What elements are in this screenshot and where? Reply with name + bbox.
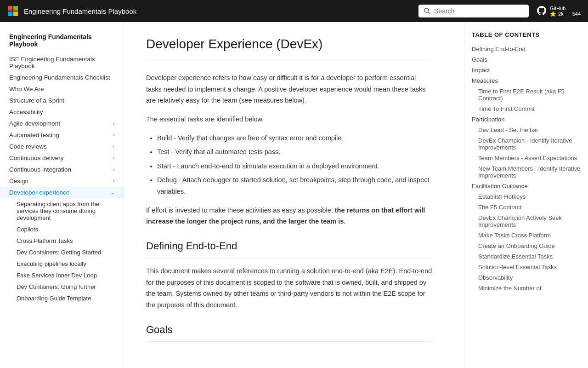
- toc-title: Table of contents: [472, 31, 581, 38]
- ms-logo[interactable]: [7, 6, 18, 17]
- toc-item[interactable]: Facilitation Guidance: [472, 181, 581, 191]
- main-content: Developer Experience (DevEx) Developer e…: [124, 22, 455, 368]
- site-title: Engineering Fundamentals Playbook: [24, 7, 418, 15]
- toc-item[interactable]: Defining End-to-End: [472, 44, 581, 54]
- search-icon: [424, 8, 430, 14]
- toc-item[interactable]: Goals: [472, 54, 581, 65]
- sidebar-subitem-0[interactable]: Separating client apps from the services…: [0, 198, 124, 224]
- sidebar-subitem-3[interactable]: Dev Containers: Getting Started: [0, 247, 124, 258]
- intro-para-1: Developer experience refers to how easy …: [146, 72, 433, 106]
- toc-item[interactable]: Solution-level Essential Tasks: [472, 262, 581, 272]
- sidebar-item-devex[interactable]: Developer experience ⌄: [0, 187, 124, 198]
- sidebar-item-agile[interactable]: Agile development ›: [0, 118, 124, 129]
- sidebar-subitem-5[interactable]: Fake Services Inner Dev Loop: [0, 270, 124, 281]
- sidebar-subitem-2[interactable]: Cross Platform Tasks: [0, 235, 124, 247]
- sidebar-item-ci[interactable]: Continuous integration ›: [0, 164, 124, 175]
- sidebar-subitem-1[interactable]: Copilots: [0, 224, 124, 235]
- toc-item[interactable]: DevEx Champion Actively Seek Improvement…: [472, 213, 581, 230]
- search-box[interactable]: [418, 5, 529, 17]
- chevron-right-icon: ›: [113, 167, 114, 172]
- github-icon: [536, 5, 547, 17]
- sidebar-item-accessibility[interactable]: Accessibility: [0, 106, 124, 118]
- toc-item[interactable]: Establish Hotkeys: [472, 191, 581, 202]
- toc-item[interactable]: Participation: [472, 114, 581, 125]
- sidebar-item-cd[interactable]: Continuous delivery ›: [0, 152, 124, 164]
- sidebar-item-who-we-are[interactable]: Who We Are: [0, 83, 124, 95]
- search-input[interactable]: [434, 7, 523, 15]
- github-stars: ⭐ 2k: [550, 11, 564, 17]
- toc-item[interactable]: Impact: [472, 65, 581, 75]
- chevron-right-icon: ›: [113, 121, 114, 126]
- page-title: Developer Experience (DevEx): [146, 37, 433, 59]
- toc-item[interactable]: Time to First E2E Result (aka F5 Contrac…: [472, 86, 581, 104]
- toc-item[interactable]: Dev Lead - Set the bar: [472, 125, 581, 135]
- toc-item[interactable]: Make Tasks Cross Platform: [472, 230, 581, 241]
- toc-item[interactable]: New Team Members - Identify Iterative Im…: [472, 163, 581, 181]
- toc-item[interactable]: Minimize the Number of: [472, 283, 581, 293]
- svg-rect-0: [8, 6, 12, 11]
- list-item: Debug - Attach debugger to started solut…: [157, 174, 433, 197]
- svg-line-5: [429, 12, 430, 14]
- sidebar-item-code-reviews[interactable]: Code reviews ›: [0, 141, 124, 152]
- github-stats: GitHub ⭐ 2k ⑂ 544: [550, 6, 581, 17]
- toc-item[interactable]: Time To First Commit: [472, 104, 581, 114]
- sidebar-title: Engineering Fundamentals Playbook: [0, 31, 124, 53]
- page-layout: Engineering Fundamentals Playbook ISE En…: [0, 22, 588, 368]
- svg-point-4: [424, 8, 429, 12]
- bullet-list: Build - Verify that changes are free of …: [157, 132, 433, 197]
- toc-item[interactable]: DevEx Champion - Identify Iterative Impr…: [472, 135, 581, 153]
- chevron-right-icon: ›: [113, 155, 114, 161]
- svg-rect-1: [13, 6, 18, 11]
- topnav: Engineering Fundamentals Playbook GitHub…: [0, 0, 588, 22]
- toc-sidebar: Table of contents Defining End-to-EndGoa…: [464, 22, 588, 368]
- sidebar-item-design[interactable]: Design ›: [0, 175, 124, 187]
- svg-rect-2: [8, 12, 12, 16]
- list-item: Test - Verify that all automated tests p…: [157, 146, 433, 158]
- toc-item[interactable]: Team Members - Assert Expectations: [472, 153, 581, 163]
- sidebar-subitem-7[interactable]: Onboarding Guide Template: [0, 293, 124, 304]
- list-item: Start - Launch end-to-end to simulate ex…: [157, 161, 433, 172]
- section1-heading: Defining End-to-End: [146, 240, 433, 258]
- effort-para: If effort is invested to make these acti…: [146, 205, 433, 227]
- chevron-right-icon: ›: [113, 144, 114, 149]
- chevron-right-icon: ›: [113, 178, 114, 184]
- toc-item[interactable]: Measures: [472, 75, 581, 86]
- toc-list: Defining End-to-EndGoalsImpactMeasuresTi…: [472, 44, 581, 293]
- svg-rect-3: [13, 12, 18, 16]
- chevron-right-icon: ›: [113, 132, 114, 138]
- toc-item[interactable]: The F5 Contract: [472, 202, 581, 213]
- github-forks: ⑂ 544: [567, 11, 581, 17]
- toc-item[interactable]: Observability: [472, 272, 581, 283]
- left-sidebar: Engineering Fundamentals Playbook ISE En…: [0, 22, 124, 368]
- toc-item[interactable]: Create an Onboarding Guide: [472, 241, 581, 251]
- sidebar-item-checklist[interactable]: Engineering Fundamentals Checklist: [0, 72, 124, 83]
- sidebar-item-automated-testing[interactable]: Automated testing ›: [0, 129, 124, 141]
- chevron-down-icon: ⌄: [111, 190, 114, 195]
- toc-item[interactable]: Standardize Essential Tasks: [472, 251, 581, 262]
- sidebar-item-sprint[interactable]: Structure of a Sprint: [0, 95, 124, 106]
- sidebar-item-ise[interactable]: ISE Engineering Fundamentals Playbook: [0, 53, 124, 72]
- github-link[interactable]: GitHub ⭐ 2k ⑂ 544: [536, 5, 581, 17]
- sidebar-subitem-6[interactable]: Dev Containers: Going further: [0, 281, 124, 293]
- section1-para: This document makes several references t…: [146, 265, 433, 311]
- github-label: GitHub: [550, 6, 581, 11]
- sidebar-subitem-4[interactable]: Executing pipelines locally: [0, 258, 124, 270]
- intro-para-2: The essential tasks are identified below…: [146, 114, 433, 125]
- list-item: Build - Verify that changes are free of …: [157, 132, 433, 144]
- section2-heading: Goals: [146, 324, 433, 342]
